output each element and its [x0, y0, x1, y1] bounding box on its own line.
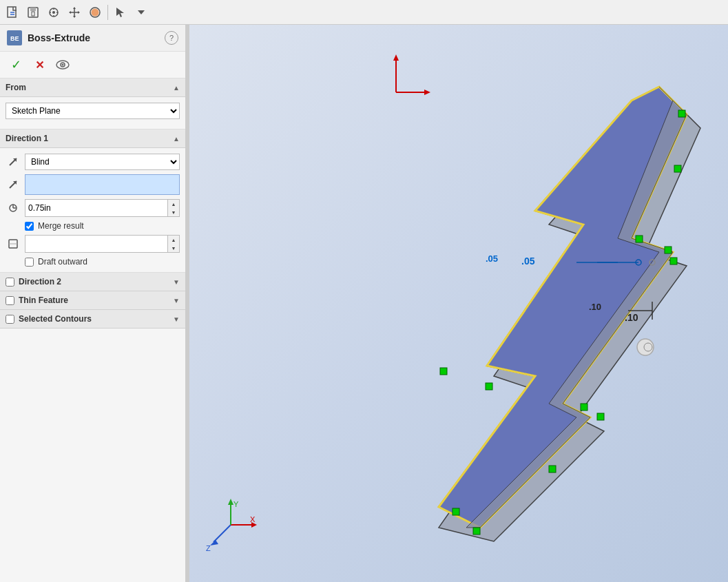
- svg-text:X: X: [250, 515, 256, 523]
- from-chevron: [173, 84, 180, 92]
- svg-rect-47: [597, 413, 604, 420]
- direction1-section-content: Blind 0.75in ▲ ▼: [0, 148, 185, 273]
- depth-input[interactable]: 0.75in: [25, 200, 167, 216]
- toolbar-rebuild-btn[interactable]: [44, 3, 63, 22]
- from-section-label: From: [6, 83, 173, 92]
- toolbar-appearance-btn[interactable]: [85, 3, 105, 22]
- depth-down-btn[interactable]: ▼: [168, 208, 179, 216]
- toolbar: [0, 0, 728, 25]
- svg-marker-14: [69, 11, 71, 14]
- svg-rect-41: [678, 110, 685, 117]
- draft-input[interactable]: [25, 236, 167, 252]
- thin-feature-checkbox[interactable]: [6, 296, 14, 305]
- direction2-section-header[interactable]: Direction 2: [0, 273, 185, 291]
- from-section-content: Sketch Plane: [0, 97, 185, 129]
- direction2-checkbox[interactable]: [6, 278, 14, 287]
- selected-contours-checkbox[interactable]: [6, 315, 14, 324]
- svg-marker-12: [73, 7, 76, 9]
- svg-rect-52: [549, 466, 556, 472]
- draft-icon: [6, 236, 21, 251]
- from-section-header[interactable]: From: [0, 79, 185, 97]
- toolbar-select-btn[interactable]: [111, 3, 130, 22]
- selected-contours-section-header[interactable]: Selected Contours: [0, 310, 185, 329]
- depth-icon: [6, 200, 21, 216]
- svg-marker-17: [116, 8, 124, 17]
- svg-text:.05: .05: [521, 256, 535, 267]
- bolt-shape: .05 .10 .05 .10: [384, 59, 714, 555]
- direction2-chevron: [173, 278, 180, 286]
- svg-point-5: [52, 11, 55, 14]
- draft-arrows: ▲ ▼: [167, 236, 179, 252]
- depth-up-btn[interactable]: ▲: [168, 200, 179, 208]
- toolbar-move-btn[interactable]: [65, 3, 84, 22]
- direction-icon: [6, 154, 21, 169]
- from-row: Sketch Plane: [6, 103, 180, 119]
- axis-bottom-indicator: Z X Y: [203, 497, 258, 554]
- dim-10-label: .10: [589, 302, 601, 312]
- dim-05-label: .05: [486, 253, 498, 264]
- direction1-face-input[interactable]: [25, 174, 180, 195]
- svg-text:Y: Y: [233, 500, 239, 508]
- svg-rect-3: [32, 12, 34, 16]
- panel-title: Boss-Extrude: [28, 32, 165, 43]
- svg-line-63: [214, 525, 231, 542]
- main-area: BE Boss-Extrude ? ✓ ✕ From Sketch Plane: [0, 25, 728, 582]
- svg-rect-43: [665, 247, 672, 253]
- direction1-depth-row: 0.75in ▲ ▼: [6, 199, 180, 217]
- svg-point-23: [62, 64, 64, 66]
- from-select[interactable]: Sketch Plane: [6, 103, 180, 119]
- viewport[interactable]: .05 .10 .05 .10 Z X: [189, 25, 728, 582]
- svg-rect-46: [581, 404, 587, 410]
- panel-icon: BE: [7, 30, 22, 45]
- ok-button[interactable]: ✓: [7, 56, 25, 74]
- svg-text:BE: BE: [10, 35, 19, 42]
- selected-contours-chevron: [173, 315, 180, 323]
- panel-header: BE Boss-Extrude ?: [0, 25, 185, 52]
- svg-text:.10: .10: [625, 312, 638, 323]
- merge-result-label: Merge result: [38, 221, 84, 231]
- svg-rect-50: [453, 508, 459, 515]
- selected-contours-section-label: Selected Contours: [19, 314, 173, 324]
- svg-text:Z: Z: [206, 544, 211, 552]
- thin-feature-section-label: Thin Feature: [19, 295, 173, 305]
- thin-feature-section-header[interactable]: Thin Feature: [0, 291, 185, 310]
- toolbar-divider: [107, 5, 108, 20]
- draft-outward-row: Draft outward: [25, 257, 180, 267]
- direction1-type-select[interactable]: Blind: [25, 154, 180, 170]
- svg-point-62: [644, 343, 652, 351]
- svg-rect-51: [473, 528, 480, 534]
- toolbar-more-btn[interactable]: [132, 3, 151, 22]
- svg-marker-15: [78, 11, 80, 14]
- merge-result-checkbox[interactable]: [25, 222, 34, 231]
- action-row: ✓ ✕: [0, 52, 185, 79]
- direction1-section-label: Direction 1: [6, 134, 173, 143]
- preview-button[interactable]: [54, 56, 72, 74]
- svg-rect-45: [670, 258, 677, 264]
- direction2-section-label: Direction 2: [19, 277, 173, 287]
- panel-help-btn[interactable]: ?: [165, 31, 178, 45]
- draft-down-btn[interactable]: ▼: [168, 244, 179, 252]
- toolbar-save-btn[interactable]: [23, 3, 43, 22]
- direction1-chevron: [173, 135, 180, 143]
- merge-result-row: Merge result: [25, 221, 180, 231]
- left-panel: BE Boss-Extrude ? ✓ ✕ From Sketch Plane: [0, 25, 186, 582]
- svg-marker-18: [138, 10, 145, 14]
- draft-up-btn[interactable]: ▲: [168, 236, 179, 244]
- thin-feature-chevron: [173, 297, 180, 304]
- svg-marker-70: [228, 499, 233, 505]
- face-select-icon: [6, 177, 21, 192]
- svg-rect-42: [674, 165, 681, 172]
- svg-rect-48: [440, 368, 447, 375]
- direction1-face-row: [6, 174, 180, 195]
- cancel-button[interactable]: ✕: [30, 56, 48, 74]
- toolbar-new-btn[interactable]: [3, 3, 22, 22]
- direction1-section-header[interactable]: Direction 1: [0, 129, 185, 148]
- svg-rect-44: [636, 236, 643, 242]
- draft-outward-checkbox[interactable]: [25, 258, 34, 267]
- svg-rect-49: [486, 383, 492, 390]
- direction1-draft-row: ▲ ▼: [6, 235, 180, 253]
- direction1-type-row: Blind: [6, 154, 180, 170]
- depth-arrows: ▲ ▼: [167, 200, 179, 216]
- svg-marker-13: [73, 16, 76, 18]
- depth-input-wrapper: 0.75in ▲ ▼: [25, 199, 180, 217]
